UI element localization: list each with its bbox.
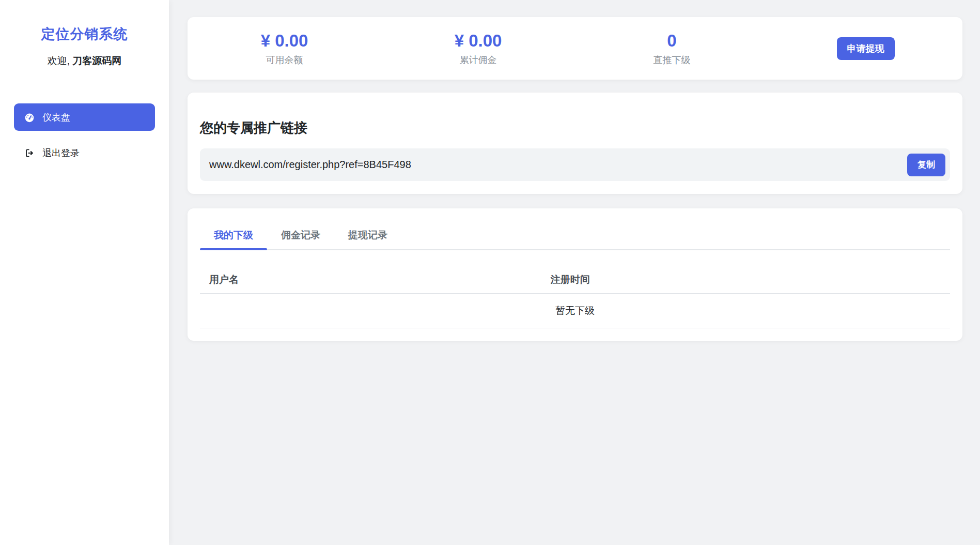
stat-label: 累计佣金 — [381, 54, 575, 66]
column-header-register-time: 注册时间 — [541, 250, 950, 294]
column-header-username: 用户名 — [200, 250, 541, 294]
promo-link-card: 您的专属推广链接 www.dkewl.com/register.php?ref=… — [188, 93, 962, 194]
tab-bar: 我的下级 佣金记录 提现记录 — [200, 221, 950, 250]
copy-button[interactable]: 复制 — [907, 154, 945, 176]
referrals-table: 用户名 注册时间 暂无下级 — [200, 250, 950, 328]
stats-card: ¥ 0.00 可用余额 ¥ 0.00 累计佣金 0 直推下级 申请提现 — [188, 17, 962, 80]
stat-value: ¥ 0.00 — [188, 31, 381, 51]
stat-label: 可用余额 — [188, 54, 381, 66]
table-header-row: 用户名 注册时间 — [200, 250, 950, 294]
sidebar-menu: 仪表盘 退出登录 — [0, 103, 169, 166]
tab-commission-records[interactable]: 佣金记录 — [267, 221, 334, 249]
stat-available-balance: ¥ 0.00 可用余额 — [188, 31, 381, 66]
stat-direct-referrals: 0 直推下级 — [575, 31, 769, 66]
gauge-icon — [24, 112, 35, 123]
stat-total-commission: ¥ 0.00 累计佣金 — [381, 31, 575, 66]
sidebar-item-label: 仪表盘 — [42, 111, 70, 124]
app-title: 定位分销系统 — [0, 26, 169, 42]
tab-withdrawal-records[interactable]: 提现记录 — [334, 221, 401, 249]
referrals-card: 我的下级 佣金记录 提现记录 用户名 注册时间 暂无下级 — [188, 208, 962, 341]
stat-label: 直推下级 — [575, 54, 769, 66]
sidebar-item-logout[interactable]: 退出登录 — [14, 139, 155, 166]
tab-my-referrals[interactable]: 我的下级 — [200, 221, 267, 249]
empty-state-text: 暂无下级 — [200, 294, 950, 328]
referral-link-text: www.dkewl.com/register.php?ref=8B45F498 — [209, 159, 907, 171]
sidebar-item-dashboard[interactable]: 仪表盘 — [14, 103, 155, 131]
withdraw-button[interactable]: 申请提现 — [837, 37, 895, 60]
logout-icon — [24, 148, 35, 158]
withdraw-action-area: 申请提现 — [769, 37, 962, 60]
main-content: ¥ 0.00 可用余额 ¥ 0.00 累计佣金 0 直推下级 申请提现 您的专属… — [169, 0, 980, 545]
welcome-prefix: 欢迎, — [48, 55, 70, 66]
username: 刀客源码网 — [72, 55, 121, 66]
welcome-text: 欢迎, 刀客源码网 — [0, 55, 169, 67]
stat-value: 0 — [575, 31, 769, 51]
sidebar-item-label: 退出登录 — [42, 147, 80, 159]
sidebar: 定位分销系统 欢迎, 刀客源码网 仪表盘 — [0, 0, 169, 545]
stat-value: ¥ 0.00 — [381, 31, 575, 51]
referral-link-box: www.dkewl.com/register.php?ref=8B45F498 … — [200, 148, 950, 181]
table-row: 暂无下级 — [200, 294, 950, 328]
promo-link-heading: 您的专属推广链接 — [200, 120, 950, 136]
